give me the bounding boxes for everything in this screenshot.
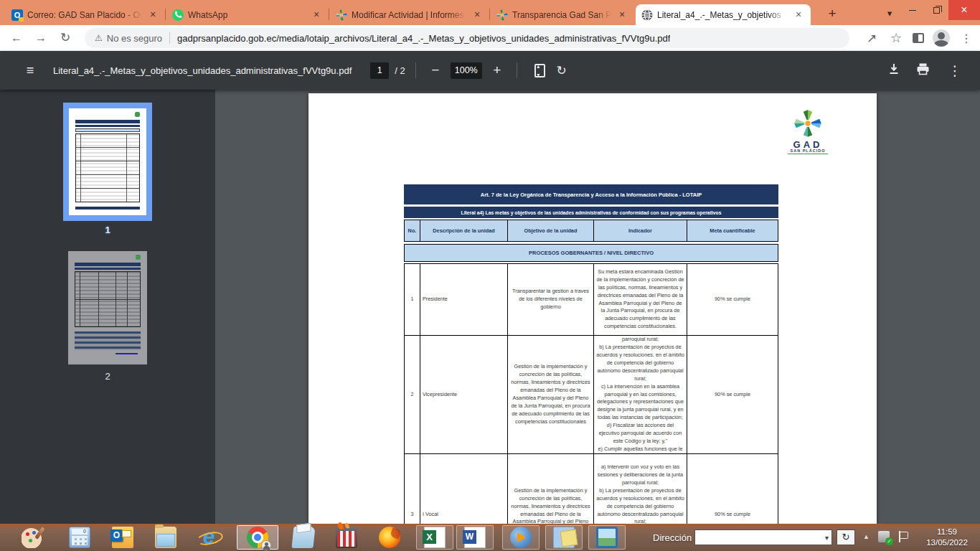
forward-icon[interactable]: → — [32, 29, 50, 47]
pdf-filename: Literal_a4_.-_Metas_y_objetivos_unidades… — [53, 65, 352, 76]
thumbnail-sidebar: 1 2 — [0, 90, 215, 524]
pdf-page-1: GAD SAN PLÁCIDO Art. 7 de la Ley Orgánic… — [308, 93, 877, 524]
tab-outlook-mail[interactable]: O Correo: GAD San Placido - Out × — [6, 4, 165, 25]
globe-favicon — [641, 9, 653, 21]
window-close-button[interactable]: × — [948, 0, 980, 20]
whatsapp-favicon — [172, 9, 184, 21]
cell-no: 2 — [404, 335, 420, 454]
col-header-descripcion: Descripción de la unidad — [420, 220, 508, 242]
gad-san-placido-logo: GAD SAN PLÁCIDO — [788, 109, 828, 154]
share-icon[interactable]: ↗ — [864, 31, 880, 46]
security-label[interactable]: No es seguro — [107, 33, 162, 44]
tab-title: Transparencia Gad San Placido — [512, 10, 611, 20]
rotate-icon[interactable]: ↻ — [552, 63, 571, 78]
logo-text-san-placido: SAN PLÁCIDO — [788, 149, 828, 154]
omnibox-divider — [169, 32, 170, 44]
tab-close-icon[interactable]: × — [471, 9, 484, 22]
cell-objetivo: Gestión de la implementación y concreció… — [508, 335, 594, 454]
gad-pinwheel-icon — [793, 109, 822, 138]
taskbar-calculator-icon[interactable] — [63, 525, 96, 550]
new-tab-button[interactable]: + — [822, 4, 842, 24]
zoom-level-input[interactable]: 100% — [451, 62, 482, 79]
pdf-menu-hamburger-icon[interactable]: ≡ — [22, 63, 39, 78]
tray-show-hidden-icons[interactable]: ▲ — [863, 533, 870, 540]
outlook-favicon: O — [11, 9, 23, 21]
taskbar-excel-icon[interactable] — [416, 525, 453, 550]
taskbar-disc-burner-icon[interactable] — [330, 525, 363, 550]
tab-close-icon[interactable]: × — [146, 9, 159, 22]
tab-close-icon[interactable]: × — [792, 9, 805, 22]
tab-close-icon[interactable]: × — [616, 9, 628, 22]
restore-icon — [933, 7, 940, 14]
tray-usb-eject-icon[interactable] — [878, 531, 890, 542]
omnibox-url-field[interactable]: ⚠ No es seguro gadprsanplacido.gob.ec/me… — [85, 28, 849, 48]
taskbar-photo-viewer-icon[interactable] — [545, 525, 583, 550]
taskbar-file-explorer-icon[interactable] — [149, 525, 182, 550]
taskbar-fax-scanner-icon[interactable] — [287, 525, 320, 550]
gad-favicon — [496, 9, 508, 21]
fit-to-page-icon[interactable] — [534, 64, 545, 77]
table-row: 2 Vicepresidente Gestión de la implement… — [404, 335, 778, 454]
profile-avatar[interactable] — [933, 29, 950, 47]
zoom-out-icon[interactable]: − — [426, 62, 445, 78]
pdf-more-options-kebab-icon[interactable]: ⋮ — [946, 62, 964, 79]
cell-no: 1 — [404, 263, 420, 336]
page-url[interactable]: gadprsanplacido.gob.ec/media/lotaip_arch… — [177, 33, 670, 44]
tab-search-chevron-icon[interactable]: ▾ — [880, 4, 900, 24]
table-section-row: PROCESOS GOBERNANTES / NIVEL DIRECTIVO — [404, 244, 778, 262]
desktop-screen: O Correo: GAD San Placido - Out × WhatsA… — [0, 0, 980, 551]
taskbar-paint-icon[interactable] — [16, 525, 49, 550]
address-toolbar-input[interactable]: ▾ — [694, 529, 832, 545]
table-title-row: Art. 7 de la Ley Orgánica de Transparenc… — [404, 184, 778, 204]
back-icon[interactable]: ← — [7, 29, 26, 47]
page-1-number[interactable]: 1 — [63, 225, 152, 235]
taskbar-snipping-tool-icon[interactable] — [588, 525, 626, 550]
taskbar-word-icon[interactable] — [456, 525, 494, 550]
address-go-refresh-button[interactable]: ↻ — [837, 529, 855, 545]
col-header-meta: Meta cuantificable — [687, 220, 778, 242]
cell-indicador: a) Intervenir con voz y voto en las sesi… — [594, 335, 687, 454]
tab-close-icon[interactable]: × — [310, 9, 323, 22]
address-toolbar-label: Dirección — [653, 524, 692, 551]
download-icon[interactable] — [887, 62, 900, 78]
pdf-viewer-content: 1 2 GAD SAN PLÁCIDO Art. 7 de la Ley Org… — [0, 90, 980, 524]
taskbar-clock[interactable]: 11:59 13/05/2022 — [920, 527, 974, 548]
browser-menu-kebab-icon[interactable]: ⋮ — [958, 32, 974, 45]
reload-icon[interactable]: ↻ — [56, 29, 75, 47]
tab-transparencia[interactable]: Transparencia Gad San Placido × — [491, 4, 634, 25]
toolbar-divider — [517, 62, 517, 78]
taskbar-outlook-icon[interactable] — [106, 525, 139, 550]
taskbar-media-player-icon[interactable] — [502, 525, 540, 550]
tab-title: Literal_a4_.-_Metas_y_objetivos — [657, 10, 788, 20]
cell-objetivo: Gestión de la implementación y concreció… — [508, 453, 594, 524]
side-panel-icon[interactable] — [913, 33, 924, 43]
address-bar: ← → ↻ ⚠ No es seguro gadprsanplacido.gob… — [0, 25, 980, 51]
address-dropdown-chevron-icon[interactable]: ▾ — [825, 534, 829, 542]
tab-whatsapp[interactable]: WhatsApp × — [166, 4, 329, 25]
col-header-objetivo: Objetivo de la unidad — [508, 220, 594, 242]
taskbar-chrome-icon-active[interactable] — [237, 525, 278, 550]
tab-title: WhatsApp — [188, 10, 306, 20]
col-header-no: No. — [404, 220, 420, 242]
taskbar-firefox-icon[interactable] — [373, 525, 406, 550]
cell-unidad: Vicepresidente — [420, 335, 508, 454]
tray-action-center-flag-icon[interactable] — [898, 531, 908, 542]
cell-indicador: a) Intervenir con voz y voto en las sesi… — [594, 453, 687, 524]
clock-time: 11:59 — [920, 527, 974, 537]
page-1-thumbnail[interactable] — [63, 103, 152, 221]
window-minimize-button[interactable] — [901, 0, 924, 20]
bookmark-star-icon[interactable]: ☆ — [888, 30, 904, 46]
page-2-thumbnail[interactable] — [68, 251, 147, 364]
tab-modificar-actividad[interactable]: Modificar Actividad | Informes × — [330, 4, 489, 25]
taskbar-internet-explorer-icon[interactable]: e — [192, 525, 225, 550]
page-number-input[interactable]: 1 — [370, 62, 389, 79]
window-restore-button[interactable] — [924, 0, 948, 20]
table-subtitle-row: Literal a4) Las metas y objetivos de las… — [404, 207, 778, 218]
chrome-profile-badge — [261, 540, 271, 550]
zoom-in-icon[interactable]: + — [488, 62, 507, 78]
tab-literal-a4-pdf[interactable]: Literal_a4_.-_Metas_y_objetivos × — [636, 4, 811, 25]
cell-unidad: I Vocal — [420, 453, 508, 524]
print-icon[interactable] — [916, 62, 930, 78]
page-2-number[interactable]: 2 — [63, 371, 152, 382]
page-total-label: / 2 — [395, 65, 405, 76]
